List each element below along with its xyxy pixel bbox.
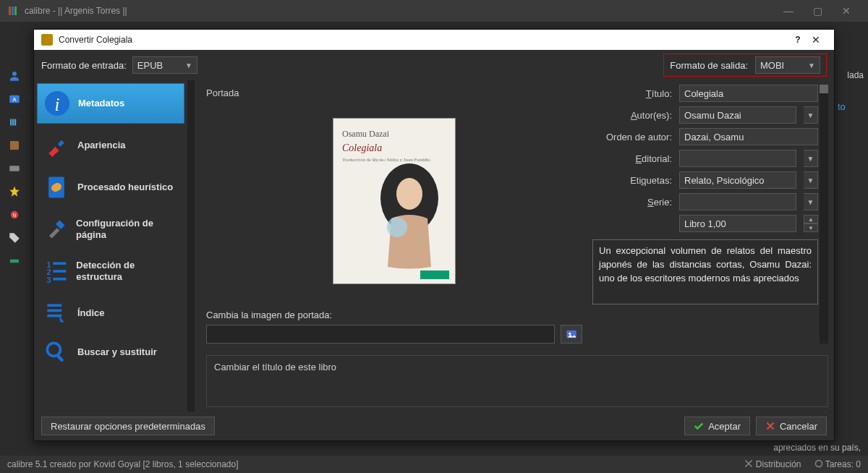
meta-scrollbar[interactable] xyxy=(820,85,828,344)
svg-rect-10 xyxy=(14,119,16,126)
tags-dropdown[interactable]: ▼ xyxy=(804,171,818,189)
app-titlebar: calibre - || Argenis Torres || — ▢ ✕ xyxy=(0,0,868,22)
input-format-combo[interactable]: EPUB ▼ xyxy=(132,56,197,74)
tags-label: Etiquetas: xyxy=(592,175,672,186)
bandage-icon xyxy=(43,174,70,201)
svg-point-28 xyxy=(47,343,60,356)
dialog-title: Convertir Colegiala xyxy=(59,35,791,45)
output-format-combo[interactable]: MOBI ▼ xyxy=(755,56,820,74)
svg-rect-1 xyxy=(12,7,14,15)
sidebar-item-label: Apariencia xyxy=(77,140,125,151)
book-icon[interactable] xyxy=(7,137,22,153)
maximize-button[interactable]: ▢ xyxy=(803,5,832,17)
behind-truncated: lada xyxy=(847,70,864,80)
change-cover-label: Cambia la imagen de portada: xyxy=(206,310,582,320)
cover-author: Osamu Dazai xyxy=(342,129,446,140)
close-app-button[interactable]: ✕ xyxy=(832,5,861,17)
metadata-form: Título: Colegiala Autor(es): Osamu Dazai… xyxy=(592,85,828,344)
identifiers-icon[interactable] xyxy=(7,253,22,269)
author-sort-label: Orden de autor: xyxy=(592,132,672,142)
dialog-titlebar: Convertir Colegiala ? ✕ xyxy=(34,30,834,50)
news-icon[interactable]: N xyxy=(7,207,22,223)
sidebar-item-label: Índice xyxy=(77,307,105,319)
sidebar-item-look[interactable]: Apariencia xyxy=(37,125,184,166)
svg-point-31 xyxy=(396,178,422,210)
status-bar: calibre 5.1 creado por Kovid Goyal [2 li… xyxy=(0,456,868,473)
list-numbers-icon: 123 xyxy=(43,257,69,285)
cover-header: Portada xyxy=(206,88,582,98)
output-format-group: Formato de salida: MOBI ▼ xyxy=(663,54,827,77)
svg-rect-9 xyxy=(12,119,14,126)
svg-rect-14 xyxy=(10,260,19,263)
status-text: Cambiar el título de este libro xyxy=(214,362,336,372)
browse-cover-button[interactable] xyxy=(561,325,582,344)
title-label: Título: xyxy=(592,88,672,99)
behind-appreciated: apreciados en su país, xyxy=(773,443,861,453)
sidebar-item-metadata[interactable]: i Metadatos xyxy=(37,83,184,124)
keyboard-icon[interactable] xyxy=(7,161,22,176)
svg-rect-8 xyxy=(10,119,12,126)
sidebar-item-search[interactable]: Buscar y sustituir xyxy=(37,335,184,370)
app-icon xyxy=(7,5,19,17)
sidebar-scrollbar[interactable] xyxy=(187,80,195,412)
jobs-button[interactable]: Tareas: 0 xyxy=(814,459,861,469)
svg-text:A: A xyxy=(12,96,16,103)
star-icon[interactable] xyxy=(7,184,22,200)
author-input[interactable]: Osamu Dazai xyxy=(679,106,796,124)
close-button[interactable]: ✕ xyxy=(805,34,827,46)
output-format-value: MOBI xyxy=(760,60,784,71)
dialog-icon xyxy=(41,34,53,46)
author-sort-input[interactable]: Dazai, Osamu xyxy=(679,128,818,145)
output-format-label: Formato de salida: xyxy=(670,60,748,71)
behind-text: to xyxy=(838,101,867,112)
author-dropdown[interactable]: ▼ xyxy=(804,106,818,124)
help-button[interactable]: ? xyxy=(791,35,805,45)
cover-illustration xyxy=(370,162,449,270)
sidebar-item-structure[interactable]: 123 Detección de estructura xyxy=(37,251,184,291)
series-index-input[interactable]: Libro 1,00 xyxy=(679,215,796,232)
publisher-dropdown[interactable]: ▼ xyxy=(804,150,818,167)
title-input[interactable]: Colegiala xyxy=(679,85,818,102)
cover-preview: Osamu Dazai Colegiala Traducción de Ryok… xyxy=(333,118,456,284)
info-icon: i xyxy=(43,90,71,117)
tag-icon[interactable] xyxy=(7,230,22,246)
sidebar-item-toc[interactable]: Índice xyxy=(37,293,184,333)
convert-dialog: Convertir Colegiala ? ✕ Formato de entra… xyxy=(33,29,835,441)
description-box[interactable]: Un excepcional volumen de relatos del ma… xyxy=(592,239,818,304)
svg-text:3: 3 xyxy=(47,276,51,284)
sidebar-item-page-setup[interactable]: Configuración de página xyxy=(37,209,184,250)
restore-defaults-button[interactable]: Restaurar opciones predeterminadas xyxy=(41,417,215,435)
cancel-button[interactable]: Cancelar xyxy=(756,417,827,435)
svg-rect-2 xyxy=(14,7,17,15)
layout-button[interactable]: Distribución xyxy=(744,459,801,469)
chevron-down-icon: ▼ xyxy=(185,61,192,69)
svg-rect-23 xyxy=(54,270,67,273)
sidebar-item-heuristic[interactable]: Procesado heurístico xyxy=(37,167,184,208)
svg-rect-22 xyxy=(54,262,67,265)
svg-text:i: i xyxy=(55,95,60,114)
series-dropdown[interactable]: ▼ xyxy=(804,193,818,210)
ok-button[interactable]: Aceptar xyxy=(684,417,750,435)
series-input[interactable] xyxy=(679,193,796,210)
person-icon[interactable] xyxy=(7,68,22,84)
status-left: calibre 5.1 creado por Kovid Goyal [2 li… xyxy=(7,459,239,469)
publisher-input[interactable] xyxy=(679,150,796,167)
series-icon[interactable] xyxy=(7,114,22,130)
cover-area: Osamu Dazai Colegiala Traducción de Ryok… xyxy=(206,103,582,299)
cover-column: Portada Osamu Dazai Colegiala Traducción… xyxy=(206,85,582,344)
series-index-spinner[interactable]: ▲▼ xyxy=(804,215,818,232)
sidebar-item-label: Metadatos xyxy=(78,98,124,109)
cover-title: Colegiala xyxy=(342,142,446,154)
publisher-label: Editorial: xyxy=(592,153,672,164)
cover-path-input[interactable] xyxy=(206,325,555,344)
author-label: Autor(es): xyxy=(592,110,672,121)
tags-input[interactable]: Relato, Psicológico xyxy=(679,171,796,189)
conversion-sidebar: i Metadatos Apariencia Procesado heuríst… xyxy=(34,80,187,412)
sidebar-item-label: Procesado heurístico xyxy=(77,182,173,193)
check-icon xyxy=(694,421,704,431)
input-format-value: EPUB xyxy=(137,60,163,71)
minimize-button[interactable]: — xyxy=(774,5,803,17)
svg-point-32 xyxy=(387,217,407,237)
language-icon[interactable]: A xyxy=(7,91,22,107)
svg-rect-0 xyxy=(9,7,11,15)
